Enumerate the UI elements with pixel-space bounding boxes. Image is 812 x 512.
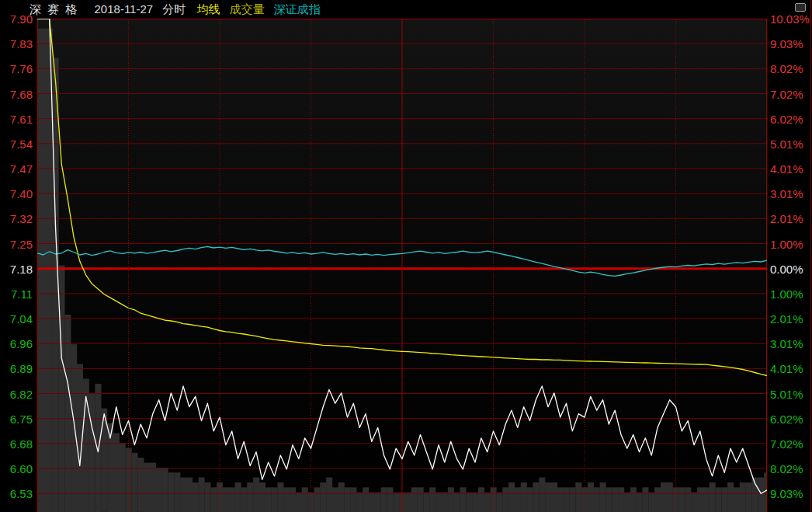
price-axis-label: 7.76: [10, 63, 33, 75]
price-axis-label: 6.96: [10, 338, 33, 350]
price-axis-label: 7.68: [10, 88, 33, 99]
price-axis-label: 6.82: [10, 388, 33, 399]
price-axis-label: 6.53: [10, 488, 33, 500]
percent-axis: 10.03%9.03%8.02%7.02%6.02%5.01%4.01%3.01…: [770, 0, 812, 512]
percent-axis-label: 9.03%: [770, 488, 803, 500]
price-axis-label: 7.11: [11, 287, 33, 299]
legend-average-line[interactable]: 均线: [196, 2, 220, 16]
window-restore-icon[interactable]: [795, 3, 806, 12]
price-axis-label: 7.47: [10, 163, 33, 175]
price-axis-label: 7.04: [10, 313, 33, 325]
percent-axis-label: 7.02%: [770, 437, 803, 449]
price-axis-label: 7.83: [10, 38, 33, 50]
price-axis-label: 7.18: [10, 263, 33, 274]
price-axis-label: 7.32: [10, 213, 33, 225]
price-axis-label: 6.60: [10, 463, 33, 475]
percent-axis-label: 0.00%: [770, 263, 803, 274]
percent-axis-label: 7.02%: [770, 88, 803, 99]
percent-axis-label: 2.01%: [770, 213, 803, 225]
intraday-plot-area[interactable]: [37, 19, 767, 512]
stock-name: 深 赛 格: [29, 2, 78, 16]
percent-axis-label: 5.01%: [770, 138, 803, 149]
percent-axis-label: 8.02%: [770, 63, 803, 75]
price-axis-label: 7.25: [10, 238, 33, 249]
percent-axis-label: 1.00%: [770, 287, 803, 299]
price-axis-label: 7.54: [10, 138, 33, 149]
app-window: 深 赛 格 2018-11-27 分时 均线 成交量 深证成指 7.907.83…: [0, 0, 812, 512]
price-axis-label: 7.61: [10, 113, 33, 124]
price-axis-label: 7.40: [10, 188, 33, 200]
percent-axis-label: 9.03%: [770, 38, 803, 50]
percent-axis-label: 6.02%: [770, 113, 803, 124]
chart-canvas: [37, 19, 767, 512]
chart-title-bar: 深 赛 格 2018-11-27 分时 均线 成交量 深证成指: [29, 2, 321, 17]
percent-axis-label: 6.02%: [770, 413, 803, 424]
price-axis-label: 6.75: [10, 413, 33, 424]
chart-type-label: 分时: [162, 2, 186, 16]
percent-axis-label: 8.02%: [770, 463, 803, 475]
percent-axis-label: 2.01%: [770, 313, 803, 325]
percent-axis-label: 4.01%: [770, 363, 803, 374]
price-axis-label: 6.68: [10, 437, 33, 449]
percent-axis-label: 10.03%: [770, 13, 810, 25]
percent-axis-label: 4.01%: [770, 163, 803, 175]
percent-axis-label: 1.00%: [770, 238, 803, 249]
chart-date: 2018-11-27: [95, 2, 154, 16]
percent-axis-label: 3.01%: [770, 338, 803, 350]
percent-axis-label: 3.01%: [770, 188, 803, 200]
legend-szse-index[interactable]: 深证成指: [274, 2, 321, 16]
price-axis: 7.907.837.767.687.617.547.477.407.327.25…: [0, 0, 34, 512]
price-axis-label: 6.89: [10, 363, 33, 374]
legend-volume[interactable]: 成交量: [230, 2, 265, 16]
percent-axis-label: 5.01%: [770, 388, 803, 399]
